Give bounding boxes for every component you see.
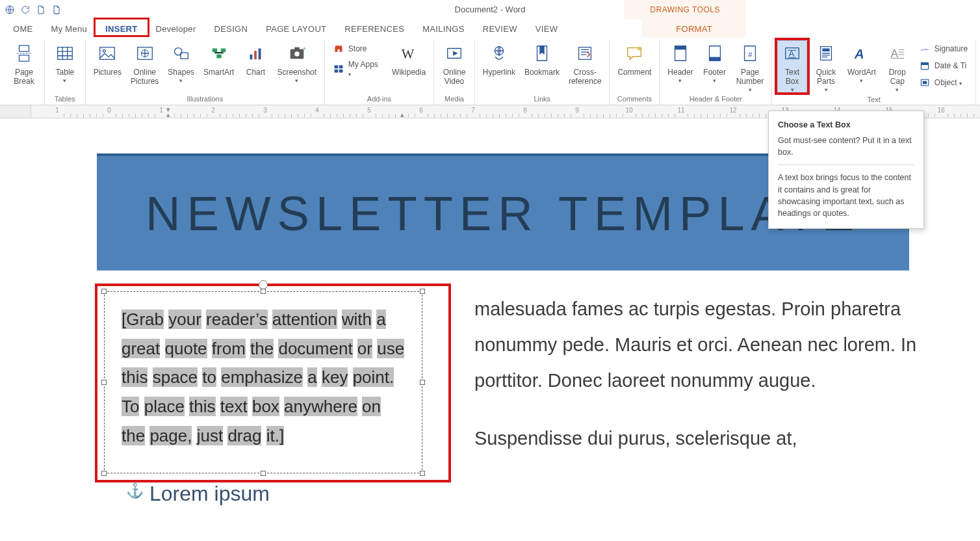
dropdown-caret-icon: ▾ bbox=[860, 78, 863, 83]
page-break-button[interactable]: PageBreak bbox=[9, 40, 39, 86]
dropcap-button[interactable]: ADropCap▾ bbox=[883, 40, 912, 92]
resize-handle-tl[interactable] bbox=[101, 289, 107, 294]
smartart-button[interactable]: SmartArt bbox=[201, 40, 237, 77]
dropdown-caret-icon: ▾ bbox=[63, 78, 66, 83]
ribbon: PageBreakTable▾TablesPicturesOnlinePictu… bbox=[0, 38, 980, 105]
group-links: HyperlinkBookmarkCross-referenceLinks bbox=[475, 40, 610, 105]
tooltip-title: Choose a Text Box bbox=[778, 119, 914, 131]
tooltip-line-1: Got must-see content? Put it in a text b… bbox=[778, 135, 914, 158]
resize-handle-r[interactable] bbox=[420, 380, 425, 385]
bookmark-button[interactable]: Bookmark bbox=[522, 40, 562, 77]
svg-rect-4 bbox=[100, 47, 115, 60]
svg-rect-10 bbox=[212, 49, 217, 53]
new-document-icon[interactable] bbox=[34, 3, 48, 17]
svg-rect-14 bbox=[255, 51, 257, 59]
store-button[interactable]: Store bbox=[330, 42, 385, 56]
group-caption: Links bbox=[480, 93, 604, 105]
svg-text:#: # bbox=[748, 51, 753, 59]
tooltip-line-2: A text box brings focus to the content i… bbox=[778, 172, 914, 219]
svg-rect-21 bbox=[334, 65, 338, 68]
wikipedia-button[interactable]: WWikipedia bbox=[389, 40, 428, 77]
resize-handle-bl[interactable] bbox=[101, 471, 107, 476]
footer-button[interactable]: Footer▾ bbox=[700, 40, 730, 83]
ribbon-tabs: OMEMy MenuINSERTDeveloperDESIGNPAGE LAYO… bbox=[0, 20, 980, 38]
text-box-content[interactable]: [Grab your reader’s attention with a gre… bbox=[122, 305, 405, 451]
tab-insert[interactable]: INSERT bbox=[96, 20, 146, 38]
text-box[interactable]: [Grab your reader’s attention with a gre… bbox=[104, 291, 422, 473]
date-button[interactable]: Date & Ti bbox=[916, 59, 970, 73]
resize-handle-tr[interactable] bbox=[420, 289, 425, 294]
svg-rect-32 bbox=[675, 46, 686, 50]
picture-button[interactable]: Pictures bbox=[91, 40, 124, 77]
quickparts-button[interactable]: QuickParts▾ bbox=[811, 40, 841, 92]
right-column[interactable]: malesuada fames ac turpis egestas. Proin… bbox=[474, 291, 968, 479]
group-tables: Table▾Tables bbox=[45, 40, 86, 105]
refresh-icon[interactable] bbox=[18, 3, 32, 17]
tab-developer[interactable]: Developer bbox=[147, 20, 205, 38]
chart-icon bbox=[244, 42, 267, 65]
ruler-number: 1 bbox=[55, 107, 59, 114]
ruler-number: 16 bbox=[937, 107, 944, 114]
tab-format[interactable]: FORMAT bbox=[642, 20, 746, 38]
globe-icon[interactable] bbox=[3, 3, 17, 17]
ruler-number: 5 bbox=[367, 107, 371, 114]
left-column-heading[interactable]: Lorem ipsum bbox=[149, 482, 270, 506]
comment-button[interactable]: Comment bbox=[615, 40, 654, 77]
svg-point-17 bbox=[294, 51, 300, 57]
tab-page-layout[interactable]: PAGE LAYOUT bbox=[257, 20, 335, 38]
pagenum-icon: # bbox=[738, 42, 762, 65]
header-icon bbox=[669, 42, 692, 65]
svg-rect-22 bbox=[339, 65, 343, 68]
resize-handle-b[interactable] bbox=[261, 471, 266, 476]
group-caption: Media bbox=[439, 93, 469, 105]
video-button[interactable]: OnlineVideo bbox=[439, 40, 469, 86]
date-icon bbox=[919, 60, 931, 72]
online-pictures-button[interactable]: OnlinePictures bbox=[128, 40, 161, 86]
svg-text:A: A bbox=[891, 47, 899, 60]
myapps-button[interactable]: My Apps ▾ bbox=[330, 59, 385, 79]
tab-my-menu[interactable]: My Menu bbox=[42, 20, 97, 38]
footer-icon bbox=[703, 42, 727, 65]
resize-handle-l[interactable] bbox=[101, 380, 107, 385]
table-button[interactable]: Table▾ bbox=[50, 40, 80, 83]
page-break-icon bbox=[12, 42, 36, 65]
group-comments: CommentComments bbox=[610, 40, 660, 105]
svg-rect-3 bbox=[58, 47, 73, 60]
tab-mailings[interactable]: MAILINGS bbox=[413, 20, 474, 38]
quickparts-icon bbox=[814, 42, 838, 65]
svg-rect-23 bbox=[334, 70, 338, 73]
new-document-more-icon[interactable] bbox=[49, 3, 64, 17]
svg-rect-12 bbox=[216, 55, 222, 59]
dropcap-icon: A bbox=[886, 42, 909, 65]
object-button[interactable]: Object ▾ bbox=[916, 75, 970, 90]
textbox-button[interactable]: ATextBox▾ bbox=[777, 40, 807, 94]
tab-design[interactable]: DESIGN bbox=[205, 20, 257, 38]
rotate-handle[interactable] bbox=[259, 280, 268, 289]
body-paragraph-1[interactable]: malesuada fames ac turpis egestas. Proin… bbox=[474, 291, 968, 399]
screenshot-button[interactable]: +Screenshot▾ bbox=[274, 40, 319, 83]
wordart-button[interactable]: AWordArt▾ bbox=[845, 40, 879, 83]
body-paragraph-2[interactable]: Suspendisse dui purus, scelerisque at, bbox=[474, 421, 968, 456]
header-button[interactable]: Header▾ bbox=[665, 40, 695, 83]
resize-handle-br[interactable] bbox=[420, 471, 425, 476]
smartart-icon bbox=[207, 42, 231, 65]
tab-view[interactable]: VIEW bbox=[526, 20, 567, 38]
hyperlink-button[interactable]: Hyperlink bbox=[480, 40, 518, 77]
shapes-button[interactable]: Shapes▾ bbox=[165, 40, 197, 83]
ruler-number: 10 bbox=[625, 107, 632, 114]
tab-review[interactable]: REVIEW bbox=[474, 20, 526, 38]
sig-button[interactable]: Signature bbox=[916, 42, 970, 56]
svg-text:W: W bbox=[402, 47, 415, 61]
tab-references[interactable]: REFERENCES bbox=[335, 20, 413, 38]
shapes-icon bbox=[170, 42, 193, 65]
comment-icon bbox=[623, 42, 646, 65]
dropdown-caret-icon: ▾ bbox=[749, 87, 752, 92]
resize-handle-t[interactable] bbox=[261, 289, 266, 294]
pagenum-button[interactable]: #PageNumber▾ bbox=[734, 40, 767, 92]
chart-button[interactable]: Chart bbox=[240, 40, 270, 77]
tab-ome[interactable]: OME bbox=[4, 20, 42, 38]
myapps-icon bbox=[333, 63, 344, 75]
ruler-gutter bbox=[0, 105, 31, 118]
crossref-button[interactable]: Cross-reference bbox=[566, 40, 604, 86]
ruler-number: 8 bbox=[523, 107, 527, 114]
